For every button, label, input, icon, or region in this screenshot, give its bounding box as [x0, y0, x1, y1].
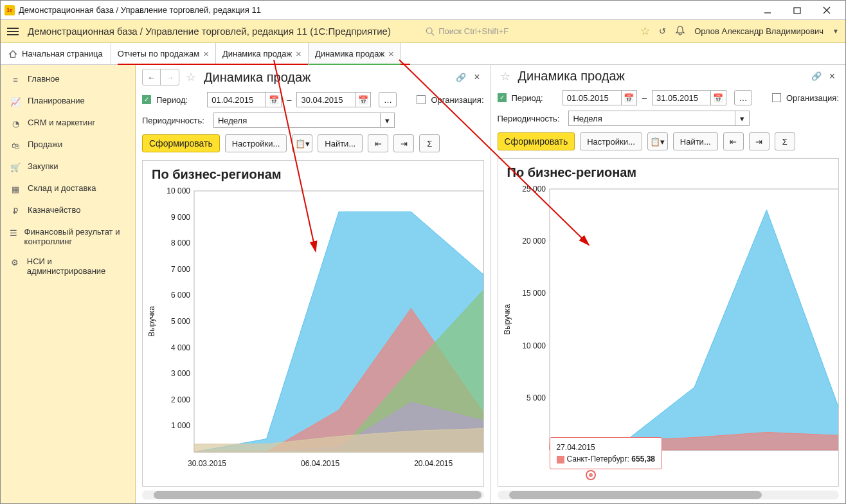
chart-title: По бизнес-регионам — [498, 159, 839, 183]
calendar-icon[interactable]: 📅 — [711, 90, 726, 105]
svg-text:2 000: 2 000 — [171, 395, 190, 404]
user-menu-chevron-icon[interactable]: ▼ — [833, 28, 839, 35]
calendar-icon[interactable]: 📅 — [356, 92, 371, 107]
svg-text:9 000: 9 000 — [171, 213, 190, 222]
history-icon[interactable]: ↺ — [659, 26, 666, 36]
window-minimize-button[interactable] — [753, 1, 782, 19]
expand-button[interactable]: ⇥ — [393, 134, 414, 152]
window-title: Демонстрационная база / Управление торго… — [19, 5, 261, 15]
periodicity-select[interactable]: Неделя — [213, 113, 381, 128]
svg-text:06.04.2015: 06.04.2015 — [301, 459, 339, 468]
close-icon[interactable]: × — [203, 48, 209, 59]
date-from-input[interactable]: 01.04.2015 — [207, 92, 266, 107]
date-to-input[interactable]: 31.05.2015 — [652, 90, 711, 105]
org-label: Организация: — [431, 95, 483, 105]
area-chart: 5 00010 00015 00020 00025 000Выручка — [498, 183, 839, 469]
calendar-icon[interactable]: 📅 — [622, 90, 637, 105]
sum-button[interactable]: Σ — [775, 132, 795, 150]
sidebar-item-label: Главное — [28, 74, 60, 84]
coin-icon: ₽ — [10, 205, 21, 217]
menu-icon[interactable] — [7, 28, 19, 35]
link-icon[interactable]: 🔗 — [811, 71, 822, 81]
svg-text:15 000: 15 000 — [522, 289, 546, 298]
date-to-input[interactable]: 30.04.2015 — [296, 92, 356, 107]
home-tab[interactable]: Начальная страница — [1, 43, 111, 64]
org-checkbox[interactable] — [772, 93, 781, 102]
window-maximize-button[interactable] — [782, 1, 812, 19]
periodicity-select[interactable]: Неделя — [568, 111, 735, 126]
dash: – — [287, 95, 291, 105]
period-checkbox[interactable]: ✓ — [498, 93, 507, 102]
find-button[interactable]: Найти... — [318, 134, 363, 152]
sidebar-item-planning[interactable]: 📈Планирование — [1, 91, 135, 113]
collapse-button[interactable]: ⇤ — [368, 134, 388, 152]
expand-button[interactable]: ⇥ — [749, 132, 770, 150]
tab-sales-reports[interactable]: Отчеты по продажам × — [111, 43, 216, 64]
periodicity-label: Периодичность: — [498, 114, 560, 123]
settings-button[interactable]: Настройки... — [580, 132, 642, 150]
sidebar-item-crm[interactable]: ◔CRM и маркетинг — [1, 113, 135, 134]
sidebar-item-purchases[interactable]: 🛒Закупки — [1, 156, 135, 178]
sidebar-item-warehouse[interactable]: ▦Склад и доставка — [1, 178, 135, 200]
sidebar-item-sales[interactable]: 🛍Продажи — [1, 134, 135, 156]
sidebar-item-admin[interactable]: ⚙НСИ и администрирование — [1, 251, 135, 281]
back-button[interactable]: ← — [143, 69, 161, 85]
sidebar-item-label: Казначейство — [28, 205, 80, 215]
global-search[interactable]: Поиск Ctrl+Shift+F — [426, 26, 618, 36]
tab-sales-dynamics-1[interactable]: Динамика продаж × — [216, 43, 309, 64]
period-more-button[interactable]: … — [379, 92, 397, 107]
close-icon[interactable]: × — [388, 48, 394, 59]
search-icon — [426, 27, 435, 36]
collapse-button[interactable]: ⇤ — [723, 132, 744, 150]
date-from-input[interactable]: 01.05.2015 — [562, 90, 622, 105]
svg-text:4 000: 4 000 — [171, 343, 190, 352]
sidebar-item-finresult[interactable]: ☰Финансовый результат и контроллинг — [1, 222, 135, 251]
bars-icon: ☰ — [10, 227, 18, 239]
sum-button[interactable]: Σ — [419, 134, 440, 152]
tab-sales-dynamics-2[interactable]: Динамика продаж × — [309, 43, 401, 64]
window-close-button[interactable] — [812, 1, 842, 19]
link-icon[interactable]: 🔗 — [456, 73, 466, 82]
panel-close-button[interactable]: × — [470, 71, 483, 83]
variants-button[interactable]: 📋▾ — [292, 134, 312, 152]
gear-icon: ⚙ — [10, 256, 21, 268]
svg-text:6 000: 6 000 — [171, 291, 190, 300]
app-icon: 1c — [4, 5, 15, 15]
period-checkbox[interactable]: ✓ — [142, 95, 151, 104]
app-header: Демонстрационная база / Управление торго… — [1, 20, 845, 43]
chart-area: По бизнес-регионам 1 0002 0003 0004 0005… — [142, 160, 484, 487]
calendar-icon[interactable]: 📅 — [266, 92, 282, 107]
user-name[interactable]: Орлов Александр Владимирович — [694, 26, 824, 36]
favorites-icon[interactable]: ☆ — [640, 24, 650, 38]
home-icon — [8, 50, 17, 59]
notifications-icon[interactable] — [675, 25, 685, 37]
tooltip-value: 655,38 — [631, 455, 655, 464]
panel-close-button[interactable]: × — [825, 71, 839, 82]
settings-button[interactable]: Настройки... — [225, 134, 287, 152]
generate-button[interactable]: Сформировать — [498, 132, 575, 150]
period-label: Период: — [512, 93, 543, 103]
generate-button[interactable]: Сформировать — [142, 134, 220, 152]
svg-point-29 — [589, 473, 593, 477]
close-icon[interactable]: × — [296, 48, 302, 59]
horizontal-scrollbar[interactable] — [498, 491, 840, 500]
forward-button[interactable]: → — [161, 69, 179, 85]
chevron-down-icon[interactable]: ▾ — [735, 111, 750, 126]
org-label: Организация: — [786, 93, 839, 103]
chevron-down-icon[interactable]: ▾ — [381, 113, 395, 128]
svg-text:10 000: 10 000 — [522, 341, 546, 350]
sidebar-item-main[interactable]: ≡Главное — [1, 69, 135, 91]
favorite-icon[interactable]: ☆ — [500, 69, 510, 84]
favorite-icon[interactable]: ☆ — [186, 70, 196, 84]
period-more-button[interactable]: … — [734, 90, 752, 105]
org-checkbox[interactable] — [417, 95, 426, 104]
panel-title: Динамика продаж — [518, 69, 625, 84]
window-titlebar: 1c Демонстрационная база / Управление то… — [1, 1, 845, 20]
svg-text:3 000: 3 000 — [171, 369, 190, 378]
variants-button[interactable]: 📋▾ — [647, 132, 668, 150]
find-button[interactable]: Найти... — [673, 132, 718, 150]
navigation-sidebar: ≡Главное 📈Планирование ◔CRM и маркетинг … — [1, 65, 136, 503]
horizontal-scrollbar[interactable] — [142, 491, 484, 500]
sidebar-item-label: Закупки — [28, 161, 58, 171]
sidebar-item-treasury[interactable]: ₽Казначейство — [1, 200, 135, 222]
